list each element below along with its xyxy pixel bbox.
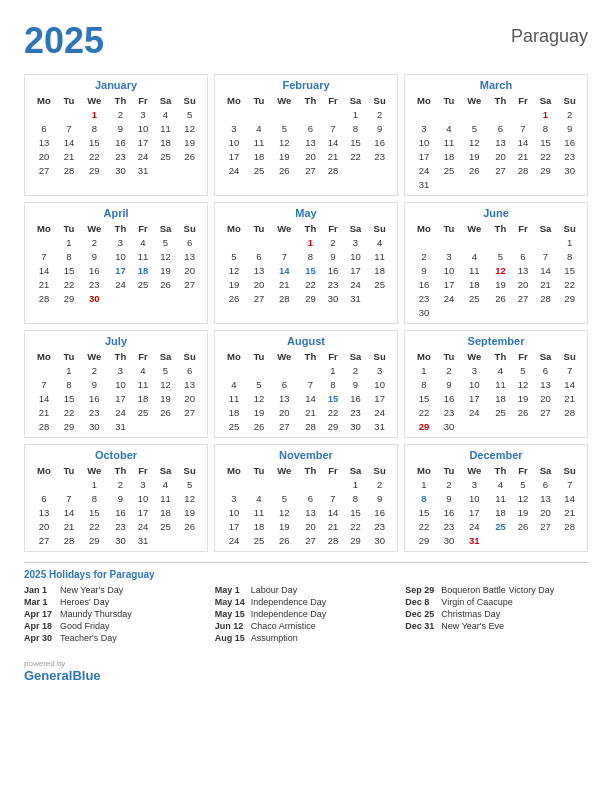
calendar-day: 10 [460, 491, 489, 505]
calendar-day: 16 [367, 135, 392, 149]
calendar-day: 31 [132, 163, 153, 177]
calendar-day: 4 [220, 377, 248, 391]
calendar-day: 5 [489, 249, 513, 263]
calendar-day: 16 [344, 391, 368, 405]
day-header: Tu [438, 350, 460, 363]
day-header: Tu [248, 94, 270, 107]
calendar-day: 5 [154, 363, 178, 377]
calendar-day: 10 [460, 377, 489, 391]
calendar-day: 7 [299, 377, 323, 391]
calendar-day [248, 235, 270, 249]
calendar-day: 21 [322, 149, 343, 163]
calendar-day: 30 [80, 419, 109, 433]
day-header: Th [109, 94, 133, 107]
calendar-day: 4 [248, 121, 270, 135]
day-header: Sa [344, 350, 368, 363]
calendar-day: 23 [80, 405, 109, 419]
day-header: We [80, 222, 109, 235]
calendar-table: MoTuWeThFrSaSu12345678910111213141516171… [30, 94, 202, 177]
calendar-day: 24 [220, 163, 248, 177]
calendar-day: 18 [460, 277, 489, 291]
calendar-day: 1 [58, 363, 80, 377]
holiday-name: New Year's Eve [441, 621, 504, 631]
calendar-day [534, 533, 558, 547]
calendar-day: 29 [534, 163, 558, 177]
day-header: We [270, 350, 299, 363]
calendar-day: 18 [438, 149, 460, 163]
calendar-day: 23 [557, 149, 582, 163]
calendar-day [154, 533, 178, 547]
holiday-item: Dec 31New Year's Eve [405, 621, 588, 631]
day-header: Fr [512, 94, 533, 107]
calendar-day: 21 [270, 277, 299, 291]
calendar-day: 16 [438, 391, 460, 405]
calendar-day: 1 [80, 477, 109, 491]
calendar-day: 9 [322, 249, 343, 263]
calendar-day: 7 [58, 121, 80, 135]
holiday-item: Dec 8Virgin of Caacupe [405, 597, 588, 607]
calendar-day: 21 [299, 405, 323, 419]
holiday-name: Assumption [251, 633, 298, 643]
day-header: Tu [248, 464, 270, 477]
calendar-day: 8 [344, 121, 368, 135]
holiday-date: Apr 17 [24, 609, 56, 619]
calendar-day: 29 [58, 419, 80, 433]
calendar-day: 12 [177, 121, 202, 135]
calendar-day: 15 [344, 135, 368, 149]
calendar-day [460, 305, 489, 319]
month-name: August [220, 335, 392, 347]
calendar-day: 20 [534, 505, 558, 519]
day-header: Tu [438, 94, 460, 107]
calendar-day: 6 [534, 363, 558, 377]
day-header: Tu [58, 350, 80, 363]
calendar-day: 5 [220, 249, 248, 263]
calendar-day: 12 [512, 377, 533, 391]
calendar-day [489, 235, 513, 249]
day-header: Fr [132, 350, 153, 363]
calendar-day: 25 [154, 519, 178, 533]
calendar-day: 29 [80, 163, 109, 177]
calendar-day: 14 [534, 263, 558, 277]
calendar-day: 27 [177, 277, 202, 291]
holiday-name: Teacher's Day [60, 633, 117, 643]
calendar-day [177, 163, 202, 177]
calendar-day: 21 [58, 519, 80, 533]
calendar-day: 20 [248, 277, 270, 291]
calendar-day: 14 [58, 135, 80, 149]
calendar-day: 14 [557, 491, 582, 505]
calendar-day: 9 [109, 121, 133, 135]
day-header: Mo [220, 350, 248, 363]
calendar-day: 29 [58, 291, 80, 305]
day-header: Th [489, 464, 513, 477]
footer: powered by GeneralBlue [24, 659, 588, 683]
calendar-day: 24 [344, 277, 368, 291]
calendar-day: 27 [30, 163, 58, 177]
calendar-day: 16 [322, 263, 343, 277]
month-block-march: MarchMoTuWeThFrSaSu123456789101112131415… [404, 74, 588, 196]
calendar-day [344, 163, 368, 177]
brand-general: General [24, 668, 72, 683]
day-header: We [270, 222, 299, 235]
calendar-day: 31 [410, 177, 438, 191]
calendar-day: 26 [248, 419, 270, 433]
calendar-day: 18 [367, 263, 392, 277]
calendar-day: 19 [177, 505, 202, 519]
calendar-day: 21 [30, 405, 58, 419]
calendar-day: 28 [30, 291, 58, 305]
calendar-day: 22 [80, 149, 109, 163]
calendar-day [557, 533, 582, 547]
calendar-day: 26 [512, 405, 533, 419]
calendar-day: 19 [154, 391, 178, 405]
month-name: April [30, 207, 202, 219]
calendar-day: 13 [299, 505, 323, 519]
calendar-day: 14 [322, 135, 343, 149]
calendar-day: 13 [299, 135, 323, 149]
calendar-day: 22 [557, 277, 582, 291]
calendar-day: 26 [460, 163, 489, 177]
calendar-day: 14 [557, 377, 582, 391]
calendar-day: 1 [344, 477, 368, 491]
calendar-day: 8 [58, 377, 80, 391]
month-block-august: AugustMoTuWeThFrSaSu12345678910111213141… [214, 330, 398, 438]
calendar-day [177, 291, 202, 305]
calendar-day: 19 [177, 135, 202, 149]
